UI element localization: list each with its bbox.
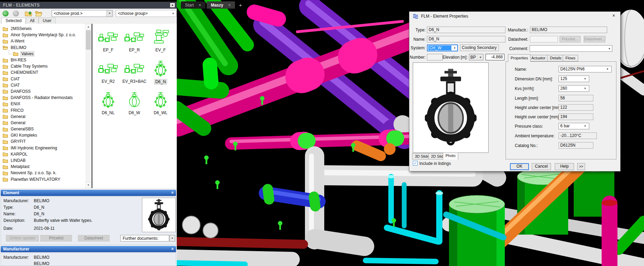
collapse-icon[interactable]: » [170,191,175,194]
manufactr-field[interactable]: BELIMO [530,27,607,33]
cancel-button[interactable]: Cancel [532,163,551,170]
help-button[interactable]: Help [555,163,574,170]
dialog-close-icon[interactable]: × [611,13,617,19]
new-tab-button[interactable]: + [236,1,245,9]
tree-scrollbar[interactable]: ▲ ▼ [85,24,91,188]
tree-item[interactable]: IMI Hydronic Engineering [0,145,85,151]
forward-button[interactable]: → [13,10,19,17]
grid-item-d6w[interactable]: D6_W [121,91,147,123]
choose-product-dropdown[interactable]: <choose prod.> ▾ [52,10,113,17]
tree-item[interactable]: DANFOSS [0,88,85,95]
property-label: Dimension DN [mm]: [515,77,553,81]
property-label: Height under center [mm]: [515,105,563,110]
system-label: System: [409,46,426,50]
tree-item[interactable]: ENIX [0,101,85,107]
chevron-down-icon[interactable]: ▾ [106,10,112,17]
grid-item-evr2[interactable]: EV_R2 [95,60,121,91]
elevation-ref-dropdown[interactable]: BP ▾ [469,54,483,60]
tree-item[interactable]: LINDAB [0,157,85,164]
property-pressure-dropdown[interactable]: 6 bar▾ [559,123,589,129]
tree-item[interactable]: DANFOSS - Radiator thermostats [0,95,85,101]
product-photo-box [413,62,489,153]
scroll-up-icon[interactable]: ▲ [85,24,91,30]
pricelist-button[interactable]: Pricelist [40,235,72,242]
grid-item-epr[interactable]: EP_R [121,29,147,60]
tree-item[interactable]: Metalplast [0,164,85,170]
element-row: Type:D6_N [3,205,13,210]
tree-item[interactable]: Planetfan WENTYLATORY [0,176,85,183]
tab-all[interactable]: All [26,18,39,23]
tree-item[interactable]: A-Went [0,38,85,44]
grid-item-epf[interactable]: EP_F [95,29,121,60]
tab-flows[interactable]: Flows [563,55,578,61]
tab-user[interactable]: User [39,18,55,23]
grid-item-d6wl[interactable]: D6_WL [147,91,174,123]
choose-group-dropdown[interactable]: <choose group> ▾ [116,10,176,17]
folder-icon [13,51,19,56]
scrollbar-thumb[interactable] [86,30,91,50]
include-in-listings-checkbox[interactable]: ✓ [413,161,418,166]
back-button[interactable]: ← [2,10,9,17]
filter-tabs: Selected All User [1,18,55,23]
tree-item[interactable]: General [0,120,85,126]
property-dn-dropdown[interactable]: 125▾ [559,76,589,82]
more-button[interactable]: >> [577,163,585,170]
tree-item-valves[interactable]: Valves [0,51,85,57]
datasheet-button[interactable]: Datasheet [78,235,110,242]
tree-item[interactable]: GeneralSBS [0,126,85,132]
further-documents-button[interactable]: Further documents: [120,235,169,242]
manufacturer-section-header[interactable]: Manufacturer » [1,246,176,252]
tree-item[interactable]: CIAT [0,76,85,82]
element-section: Manufacturer:BELIMO Type:D6_N Name:D6_N … [1,196,176,245]
grid-item-evr3bac[interactable]: EV_R3+BAC [121,60,147,91]
property-length-field: 56 [559,95,593,101]
folder-icon [2,58,8,62]
import-folder-icon[interactable] [25,10,32,17]
tab-maszy[interactable]: Maszy × [207,1,235,9]
tab-start[interactable]: Start × [181,1,205,9]
tab-start-close-icon[interactable]: × [198,3,201,7]
comment-dropdown[interactable]: ▾ [530,45,612,52]
open-folder-icon[interactable] [35,10,42,17]
grid-item-d6n-selected[interactable]: D6_N [147,60,174,91]
tree-item[interactable]: CHEMOWENT [0,69,85,76]
tree-item[interactable]: General [0,114,85,120]
tree-item[interactable]: GRYFIT [0,138,85,145]
tab-maszy-close-icon[interactable]: × [228,3,231,7]
tree-item[interactable]: FRICO [0,107,85,113]
tree-item[interactable]: BH-RES [0,57,85,63]
tree-item[interactable]: CIAT [0,82,85,88]
dialog-titlebar[interactable]: FLM - Element Properties [409,12,620,20]
tree-item[interactable]: Cable Tray Systems [0,63,85,69]
pricelist-dialog-button[interactable]: Pricelist... [560,36,581,42]
panel-close-button[interactable]: × [170,3,175,8]
property-kvs-dropdown[interactable]: 260▾ [559,85,589,92]
element-section-header[interactable]: Element » [1,190,176,196]
chevron-down-icon[interactable]: ▾ [170,235,175,242]
collapse-icon[interactable]: » [170,248,175,250]
property-name-dropdown[interactable]: D6125N PN6▾ [559,66,612,72]
scroll-down-icon[interactable]: ▼ [85,182,91,188]
tree-item[interactable]: GKI Kompleks [0,132,85,138]
tree-item[interactable]: KARPOL [0,151,85,157]
grid-item-d6nl[interactable]: D6_NL [95,91,121,123]
tab-details[interactable]: Details [547,55,564,61]
tree-item-belimo[interactable]: BELIMO [0,45,85,51]
grid-item-evf[interactable]: EV_F [147,29,174,60]
elevation-value-field[interactable]: -4.868 [485,54,504,60]
tree-item[interactable]: Alnor Systemy Wentylacji Sp. z o.o. [0,32,85,38]
folder-icon [2,33,8,37]
system-dropdown[interactable]: CH_W ▾ [427,45,458,51]
ok-button[interactable]: OK [510,163,529,170]
tab-properties[interactable]: Properties [508,54,531,62]
folder-icon [2,120,8,125]
tab-photo[interactable]: Photo [443,152,458,160]
datasheet-dialog-button[interactable]: Datasheet... [584,36,605,42]
online-update-button[interactable]: Online update [6,235,39,242]
dialog-title: FLM - Element Properties [421,14,468,19]
tab-selected[interactable]: Selected [1,18,26,24]
tab-actuator[interactable]: Actuator [529,55,548,61]
tree-item[interactable]: Neovent Sp. z o.o. Sp. k. [0,170,85,176]
panel-titlebar[interactable]: FLM - ELEMENTS [0,2,177,9]
tree-item[interactable]: 2MSSerwis [0,26,85,32]
